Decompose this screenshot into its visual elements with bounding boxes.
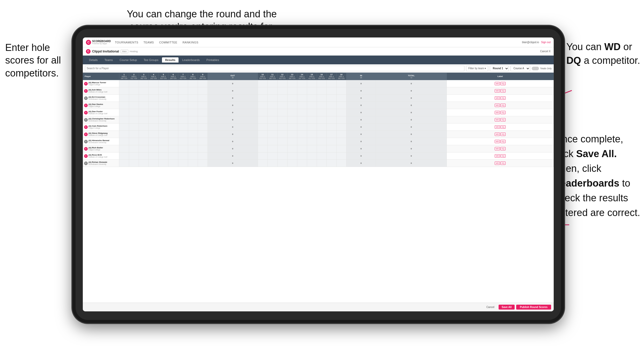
hole-input[interactable] (120, 88, 128, 94)
hole-input[interactable] (317, 146, 326, 152)
hole-input[interactable] (317, 131, 326, 137)
cancel-tournament-button[interactable]: Cancel X (540, 50, 551, 53)
hole-input[interactable] (268, 81, 277, 87)
hole-input[interactable] (120, 81, 128, 87)
hole-input[interactable] (258, 153, 267, 159)
hole-input[interactable] (337, 153, 346, 159)
hole-15-score[interactable] (307, 138, 317, 145)
hole-17-score[interactable] (327, 160, 336, 167)
hole-input[interactable] (139, 110, 148, 116)
hole-input[interactable] (159, 102, 168, 108)
hole-input[interactable] (288, 146, 297, 152)
hole-9-score[interactable] (198, 116, 208, 124)
tab-printables[interactable]: Printables (203, 57, 222, 63)
hole-input[interactable] (308, 102, 316, 108)
hole-1-score[interactable] (119, 131, 129, 138)
hole-input[interactable] (189, 88, 197, 94)
hole-input[interactable] (308, 124, 316, 130)
hole-11-score[interactable] (268, 124, 277, 131)
hole-11-score[interactable] (268, 80, 277, 87)
hole-input[interactable] (268, 95, 277, 101)
hole-18-score[interactable] (336, 160, 346, 167)
hole-input[interactable] (317, 124, 326, 130)
hole-8-score[interactable] (188, 124, 198, 131)
hole-7-score[interactable] (178, 95, 188, 102)
hole-10-score[interactable] (258, 80, 268, 87)
filter-team-button[interactable]: Filter by team ▾ (466, 66, 488, 71)
hole-8-score[interactable] (188, 138, 198, 145)
hole-1-score[interactable] (119, 138, 129, 145)
hole-12-score[interactable] (277, 95, 287, 102)
hole-1-score[interactable] (119, 160, 129, 167)
hole-input[interactable] (288, 153, 297, 159)
hole-input[interactable] (149, 124, 158, 130)
hole-input[interactable] (139, 81, 148, 87)
hole-input[interactable] (288, 139, 297, 144)
hole-3-score[interactable] (139, 160, 149, 167)
dq-button[interactable]: DQ (500, 104, 505, 107)
tab-details[interactable]: Details (86, 57, 101, 63)
hole-13-score[interactable] (287, 95, 297, 102)
hole-2-score[interactable] (129, 160, 139, 167)
hole-input[interactable] (139, 117, 148, 123)
hole-input[interactable] (179, 160, 187, 166)
hole-input[interactable] (278, 88, 287, 94)
hole-input[interactable] (337, 160, 346, 166)
hole-input[interactable] (268, 131, 277, 137)
hole-9-score[interactable] (198, 152, 208, 160)
hole-14-score[interactable] (297, 116, 307, 124)
hole-input[interactable] (258, 124, 267, 130)
hole-input[interactable] (198, 88, 207, 94)
dq-button[interactable]: DQ (500, 89, 505, 93)
hole-8-score[interactable] (188, 87, 198, 95)
hole-input[interactable] (159, 110, 168, 116)
hole-input[interactable] (139, 139, 148, 144)
hole-5-score[interactable] (159, 102, 168, 109)
hole-input[interactable] (288, 95, 297, 101)
hole-input[interactable] (327, 110, 336, 116)
hole-16-score[interactable] (317, 145, 327, 152)
hole-14-score[interactable] (297, 87, 307, 95)
hole-9-score[interactable] (198, 131, 208, 138)
hole-input[interactable] (149, 153, 158, 159)
dq-button[interactable]: DQ (500, 111, 505, 114)
hole-14-score[interactable] (297, 102, 307, 109)
hole-input[interactable] (139, 124, 148, 130)
hole-2-score[interactable] (129, 131, 139, 138)
hole-9-score[interactable] (198, 87, 208, 95)
hole-10-score[interactable] (258, 109, 268, 116)
hole-16-score[interactable] (317, 138, 327, 145)
hole-input[interactable] (169, 88, 177, 94)
hole-input[interactable] (258, 95, 267, 101)
hole-16-score[interactable] (317, 80, 327, 87)
hole-18-score[interactable] (336, 131, 346, 138)
hole-input[interactable] (278, 124, 287, 130)
hole-input[interactable] (337, 146, 346, 152)
hole-input[interactable] (298, 81, 306, 87)
hole-input[interactable] (327, 153, 336, 159)
hole-11-score[interactable] (268, 95, 277, 102)
hole-input[interactable] (120, 153, 128, 159)
hole-17-score[interactable] (327, 138, 336, 145)
hole-input[interactable] (288, 110, 297, 116)
hole-input[interactable] (258, 88, 267, 94)
hole-3-score[interactable] (139, 138, 149, 145)
hole-17-score[interactable] (327, 109, 336, 116)
hole-input[interactable] (179, 117, 187, 123)
hole-input[interactable] (327, 117, 336, 123)
hole-input[interactable] (130, 131, 138, 137)
hole-14-score[interactable] (297, 95, 307, 102)
hole-10-score[interactable] (258, 102, 268, 109)
hole-input[interactable] (169, 102, 177, 108)
hole-input[interactable] (189, 81, 197, 87)
hole-input[interactable] (130, 153, 138, 159)
hole-input[interactable] (130, 102, 138, 108)
hole-input[interactable] (288, 102, 297, 108)
hole-6-score[interactable] (168, 95, 178, 102)
hole-1-score[interactable] (119, 145, 129, 152)
hole-input[interactable] (278, 139, 287, 144)
hole-8-score[interactable] (188, 160, 198, 167)
hole-input[interactable] (327, 131, 336, 137)
hole-15-score[interactable] (307, 131, 317, 138)
hole-18-score[interactable] (336, 87, 346, 95)
